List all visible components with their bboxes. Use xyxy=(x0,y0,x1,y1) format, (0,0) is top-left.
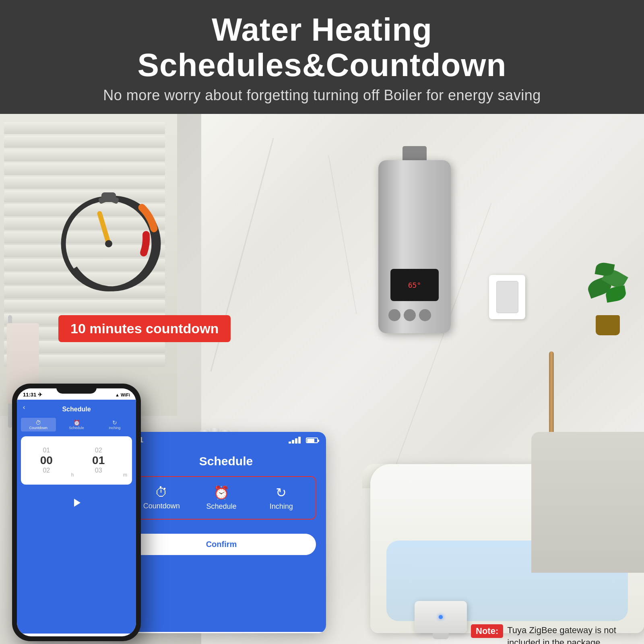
phone-tab-bar: ⏱ Countdown ⏰ Schedule ↻ Inching xyxy=(21,418,132,431)
countdown-timer-icon xyxy=(48,174,169,295)
note-label: Note: xyxy=(471,624,503,638)
note-text: Tuya ZigBee gateway is not included in t… xyxy=(507,624,624,644)
minutes-picker[interactable]: 02 01 03 xyxy=(78,447,119,474)
marble-detail xyxy=(328,155,357,314)
app-screen-title: Schedule xyxy=(136,454,316,468)
phone-tab-countdown[interactable]: ⏱ Countdown xyxy=(21,418,56,431)
phone-tab-inching[interactable]: ↻ Inching xyxy=(97,418,132,431)
svg-line-1 xyxy=(100,214,109,244)
sink-area xyxy=(531,432,644,573)
app-tabs: ⏱ Countdown ⏰ Schedule ↻ Inching xyxy=(132,481,311,515)
page-title: Water Heating Schedules&Countdown xyxy=(24,12,620,83)
boiler-display: 65° xyxy=(390,269,439,301)
zigbee-led xyxy=(439,615,443,619)
phone-play-button[interactable] xyxy=(66,493,87,513)
app-tabs-container: ⏱ Countdown ⏰ Schedule ↻ Inching xyxy=(127,476,316,520)
header-section: Water Heating Schedules&Countdown No mor… xyxy=(0,0,644,114)
zigbee-gateway xyxy=(415,601,467,641)
decorative-plant xyxy=(584,255,632,335)
note-section: Note: Tuya ZigBee gateway is not include… xyxy=(471,624,624,644)
svg-point-5 xyxy=(105,240,112,248)
countdown-badge: 10 minutes countdown xyxy=(58,315,231,342)
app-tab-inching[interactable]: ↻ Inching xyxy=(251,481,311,515)
water-boiler: 65° xyxy=(378,146,451,347)
phone-small: 11:31 ✈ ▲ WiFi ‹ Schedule ⏱ Countdown xyxy=(12,384,141,641)
main-scene: 65° xyxy=(0,114,644,644)
battery-icon xyxy=(306,438,318,443)
app-panel-large: 11:31 ‹ Schedule xyxy=(117,432,326,633)
app-body: ‹ Schedule ⏱ Countdown ⏰ Schedule ↻ xyxy=(117,448,326,632)
phone-tab-schedule[interactable]: ⏰ Schedule xyxy=(59,418,94,431)
phone-app-screen: ‹ Schedule ⏱ Countdown ⏰ Schedule xyxy=(17,400,136,634)
app-status-bar: 11:31 xyxy=(117,432,326,448)
app-confirm-button[interactable]: Confirm xyxy=(127,534,316,555)
phone-back-button[interactable]: ‹ xyxy=(23,404,25,411)
wifi-icon xyxy=(289,437,301,444)
page-subtitle: No more worry about forgetting turning o… xyxy=(24,87,620,104)
hours-picker[interactable]: 01 00 02 xyxy=(26,447,67,474)
wall-switch[interactable] xyxy=(489,275,525,319)
app-tab-schedule[interactable]: ⏰ Schedule xyxy=(192,481,252,515)
phone-time-picker: 01 00 02 h 02 01 03 m xyxy=(21,436,132,485)
